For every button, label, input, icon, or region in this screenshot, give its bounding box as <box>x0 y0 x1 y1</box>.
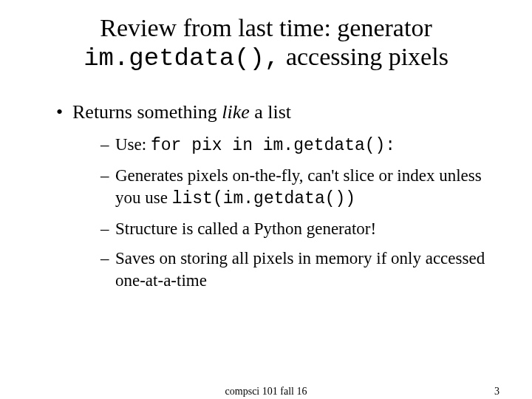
page-number: 3 <box>494 386 499 398</box>
bullet-pre: Returns something <box>72 101 222 123</box>
sub-item: – Structure is called a Python generator… <box>100 218 502 240</box>
title-line-1: Review from last time: generator <box>30 13 502 42</box>
sub-text-1: Use: for pix in im.getdata(): <box>115 134 395 157</box>
footer-center-text: compsci 101 fall 16 <box>225 386 307 398</box>
sub-text-3: Structure is called a Python generator! <box>115 218 376 240</box>
sub1-pre: Use: <box>115 135 151 154</box>
sub1-code: for pix in im.getdata(): <box>151 136 395 155</box>
sub-item: – Generates pixels on-the-fly, can't sli… <box>100 165 502 211</box>
bullet-italic: like <box>222 101 250 123</box>
sub2-code: list(im.getdata()) <box>172 189 355 208</box>
dash-icon: – <box>100 218 115 240</box>
dash-icon: – <box>100 165 115 187</box>
sub-item: – Saves on storing all pixels in memory … <box>100 248 502 292</box>
title-line-2: im.getdata(), accessing pixels <box>30 42 502 73</box>
sub-text-4: Saves on storing all pixels in memory if… <box>115 248 502 292</box>
sub-text-2: Generates pixels on-the-fly, can't slice… <box>115 165 502 211</box>
dash-icon: – <box>100 248 115 270</box>
bullet-post: a list <box>250 101 291 123</box>
title-code: im.getdata(), <box>83 44 279 72</box>
sub-bullet-list: – Use: for pix in im.getdata(): – Genera… <box>100 134 502 291</box>
bullet-text: Returns something like a list <box>72 101 291 123</box>
slide-title: Review from last time: generator im.getd… <box>30 13 502 73</box>
sub-item: – Use: for pix in im.getdata(): <box>100 134 502 157</box>
bullet-dot: • <box>56 101 72 123</box>
bullet-main: • Returns something like a list <box>56 101 502 123</box>
dash-icon: – <box>100 134 115 156</box>
title-rest: accessing pixels <box>279 43 449 70</box>
